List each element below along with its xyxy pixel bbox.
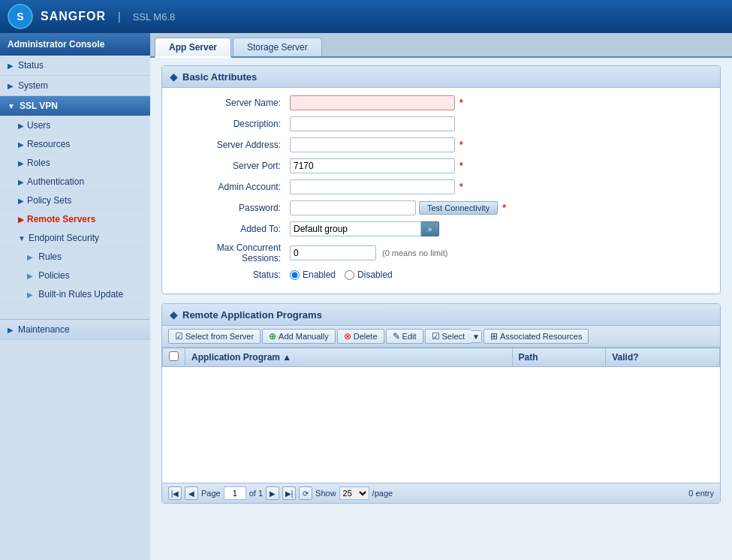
status-enabled-radio-input[interactable] bbox=[290, 270, 300, 280]
last-page-button[interactable]: ▶| bbox=[282, 486, 296, 500]
sidebar-item-label: Users bbox=[27, 120, 50, 131]
add-manually-button[interactable]: ⊕ Add Manually bbox=[262, 329, 336, 344]
brand-separator: | bbox=[118, 11, 121, 23]
sidebar-item-label: SSL VPN bbox=[20, 101, 58, 111]
sidebar-item-maintenance[interactable]: ▶ Maintenance bbox=[0, 320, 150, 340]
edit-button[interactable]: ✎ Edit bbox=[386, 329, 423, 344]
edit-icon: ✎ bbox=[393, 331, 400, 342]
status-disabled-radio-input[interactable] bbox=[345, 270, 354, 280]
max-sessions-note: (0 means no limit) bbox=[382, 248, 447, 257]
added-to-row: Added To: » bbox=[177, 221, 705, 236]
added-to-input[interactable] bbox=[290, 221, 421, 236]
main-content: App Server Storage Server ◆ Basic Attrib… bbox=[150, 33, 732, 560]
password-row: Password: Test Connectivity * bbox=[177, 200, 705, 215]
content-area: ◆ Basic Attributes Server Name: * Descri… bbox=[150, 58, 732, 560]
sidebar-item-label: System bbox=[18, 80, 48, 91]
show-label: Show bbox=[315, 489, 336, 498]
select-server-icon: ☑ bbox=[175, 331, 183, 342]
section-title: Remote Application Programs bbox=[182, 309, 322, 321]
added-to-group: » bbox=[290, 221, 439, 236]
sidebar-item-label: Endpoint Security bbox=[29, 233, 99, 243]
sidebar-item-roles[interactable]: ▶ Roles bbox=[0, 154, 150, 173]
status-label: Status: bbox=[177, 269, 290, 280]
sidebar-item-policy-sets[interactable]: ▶ Policy Sets bbox=[0, 191, 150, 210]
associated-resources-button[interactable]: ⊞ Associated Resources bbox=[483, 329, 589, 344]
sidebar-item-builtin-rules[interactable]: ▶ Built-in Rules Update bbox=[0, 285, 150, 304]
sidebar-item-status[interactable]: ▶ Status bbox=[0, 56, 150, 76]
app-program-column-header[interactable]: Application Program ▲ bbox=[185, 348, 513, 367]
page-number-input[interactable] bbox=[224, 486, 246, 500]
svg-text:S: S bbox=[17, 11, 23, 23]
valid-column-header[interactable]: Valid? bbox=[606, 348, 720, 367]
sidebar-item-authentication[interactable]: ▶ Authentication bbox=[0, 173, 150, 191]
section-header: ◆ Basic Attributes bbox=[162, 66, 720, 88]
arrow-icon: ▶ bbox=[18, 159, 24, 167]
max-sessions-input[interactable] bbox=[290, 245, 376, 260]
remote-app-programs-section: ◆ Remote Application Programs ☑ Select f… bbox=[161, 303, 721, 504]
sidebar-item-system[interactable]: ▶ System bbox=[0, 76, 150, 96]
sidebar: Administrator Console ▶ Status ▶ System … bbox=[0, 33, 150, 560]
sidebar-item-remote-servers[interactable]: ▶ Remote Servers bbox=[0, 210, 150, 229]
basic-attributes-form: Server Name: * Description: Server Addre… bbox=[162, 88, 720, 294]
description-input[interactable] bbox=[290, 116, 455, 131]
max-sessions-label: Max Concurrent Sessions: bbox=[177, 242, 290, 263]
per-page-select[interactable]: 25 50 100 bbox=[339, 486, 369, 500]
password-input[interactable] bbox=[290, 200, 416, 215]
tab-app-server[interactable]: App Server bbox=[155, 38, 231, 58]
arrow-icon: ▶ bbox=[18, 178, 24, 186]
sidebar-item-resources[interactable]: ▶ Resources bbox=[0, 135, 150, 154]
arrow-icon: ▼ bbox=[8, 102, 15, 110]
sidebar-item-users[interactable]: ▶ Users bbox=[0, 116, 150, 135]
status-enabled-radio[interactable]: Enabled bbox=[290, 269, 336, 280]
pagination-bar: |◀ ◀ Page of 1 ▶ ▶| ⟳ Show 25 50 100 /pa… bbox=[162, 483, 720, 503]
description-row: Description: bbox=[177, 116, 705, 131]
select-all-checkbox[interactable] bbox=[169, 351, 179, 361]
sidebar-item-endpoint-security[interactable]: ▼ Endpoint Security bbox=[0, 229, 150, 248]
password-label: Password: bbox=[177, 203, 290, 213]
next-page-button[interactable]: ▶ bbox=[266, 486, 279, 500]
arrow-icon: ▶ bbox=[18, 215, 24, 224]
added-to-browse-button[interactable]: » bbox=[421, 221, 439, 236]
arrow-icon: ▶ bbox=[27, 291, 33, 299]
status-disabled-radio[interactable]: Disabled bbox=[345, 269, 393, 280]
tab-storage-server[interactable]: Storage Server bbox=[233, 38, 322, 56]
server-name-input[interactable] bbox=[290, 95, 455, 110]
sidebar-item-label: Policies bbox=[38, 270, 69, 281]
sidebar-item-ssl-vpn[interactable]: ▼ SSL VPN bbox=[0, 96, 150, 116]
select-dropdown-button[interactable]: ▼ bbox=[471, 330, 482, 343]
admin-console-header: Administrator Console bbox=[0, 33, 150, 56]
version-text: SSL M6.8 bbox=[133, 11, 176, 23]
resources-icon: ⊞ bbox=[490, 331, 498, 342]
admin-account-input[interactable] bbox=[290, 179, 455, 194]
app-programs-table: Application Program ▲ Path Valid? bbox=[162, 348, 720, 367]
sidebar-item-label: Status bbox=[18, 60, 44, 71]
table-header-row: Application Program ▲ Path Valid? bbox=[163, 348, 720, 367]
refresh-button[interactable]: ⟳ bbox=[299, 486, 312, 500]
prev-page-button[interactable]: ◀ bbox=[185, 486, 198, 500]
arrow-icon: ▶ bbox=[8, 82, 14, 90]
sidebar-item-policies[interactable]: ▶ Policies bbox=[0, 266, 150, 285]
arrow-icon: ▶ bbox=[8, 62, 14, 70]
sidebar-item-label: Built-in Rules Update bbox=[38, 289, 123, 300]
select-button-group: ☑ Select ▼ bbox=[425, 329, 482, 344]
delete-button[interactable]: ⊗ Delete bbox=[337, 329, 384, 344]
sidebar-item-label: Resources bbox=[27, 139, 70, 149]
required-marker: * bbox=[459, 161, 463, 171]
section-header: ◆ Remote Application Programs bbox=[162, 304, 720, 326]
server-address-input[interactable] bbox=[290, 137, 455, 152]
header: S SANGFOR | SSL M6.8 bbox=[0, 0, 732, 33]
table-wrapper: Application Program ▲ Path Valid? bbox=[162, 348, 720, 483]
path-column-header[interactable]: Path bbox=[512, 348, 606, 367]
server-port-input[interactable] bbox=[290, 158, 455, 173]
arrow-icon: ▼ bbox=[18, 234, 26, 242]
arrow-icon: ▶ bbox=[27, 272, 33, 280]
brand-name: SANGFOR bbox=[41, 10, 106, 23]
select-from-server-button[interactable]: ☑ Select from Server bbox=[168, 329, 261, 344]
first-page-button[interactable]: |◀ bbox=[168, 486, 182, 500]
delete-icon: ⊗ bbox=[344, 331, 351, 342]
description-label: Description: bbox=[177, 119, 290, 129]
select-button[interactable]: ☑ Select bbox=[425, 329, 471, 344]
section-icon: ◆ bbox=[170, 309, 178, 321]
sidebar-item-rules[interactable]: ▶ Rules bbox=[0, 248, 150, 266]
test-connectivity-button[interactable]: Test Connectivity bbox=[419, 201, 498, 215]
